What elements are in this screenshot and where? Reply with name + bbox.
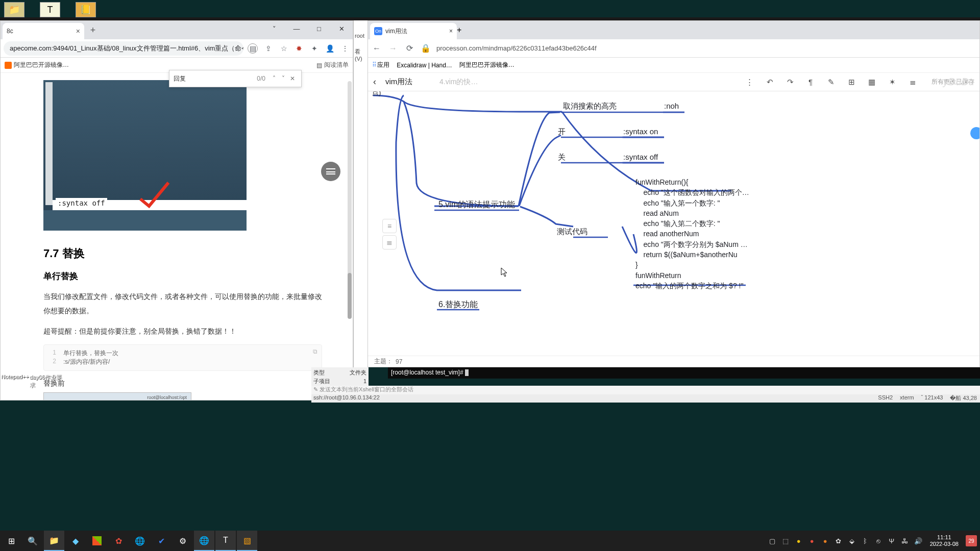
redo-icon[interactable]: ↷: [785, 77, 796, 88]
node-icon[interactable]: ⊞: [846, 77, 857, 88]
mm-node-cancel-highlight[interactable]: 取消搜索的高亮: [563, 102, 617, 111]
mm-node-syntax-off[interactable]: :syntax off: [623, 153, 658, 161]
mm-help-bubble[interactable]: [970, 127, 979, 139]
desktop-icon[interactable]: T: [40, 2, 60, 17]
mm-outline-button[interactable]: ≡: [382, 219, 397, 233]
po-back-icon[interactable]: ‹: [373, 77, 376, 87]
notification-badge[interactable]: 29: [966, 535, 977, 546]
mm-node-syntax-on[interactable]: :syntax on: [623, 127, 658, 136]
taskbar-explorer[interactable]: 📁: [44, 531, 64, 551]
desktop-label-day06[interactable]: day06作业要 求: [30, 373, 62, 389]
tray-icon[interactable]: ●: [794, 536, 803, 545]
po-more-icon[interactable]: ⋮: [744, 77, 755, 88]
mm-node-6[interactable]: 6.替换功能: [438, 299, 478, 310]
tab-title: vim用法: [385, 27, 407, 36]
taskbar-vm[interactable]: ▧: [237, 531, 257, 551]
start-button[interactable]: ⊞: [1, 531, 21, 551]
minimize-button[interactable]: —: [285, 21, 308, 36]
browser-tab[interactable]: On vim用法 ×: [370, 23, 457, 39]
status-size: ˆ 121x43: [921, 394, 943, 403]
menu-icon[interactable]: ⋮: [340, 44, 350, 53]
find-prev-icon[interactable]: ˄: [270, 75, 279, 82]
tray-network-icon[interactable]: 🖧: [900, 536, 910, 545]
mm-node-test-code[interactable]: 测试代码: [557, 227, 587, 237]
star-icon[interactable]: ☆: [279, 44, 288, 53]
tab-close-icon[interactable]: ×: [76, 27, 80, 35]
middle-window-edge: root 看(V): [353, 20, 368, 400]
tray-bluetooth-icon[interactable]: ᛒ: [861, 536, 870, 545]
pen-icon[interactable]: ✎: [825, 77, 837, 88]
taskbar-app[interactable]: ✿: [108, 531, 129, 551]
apps-button[interactable]: ⠿ 应用: [372, 61, 389, 69]
new-tab-button[interactable]: +: [457, 26, 461, 35]
po-subtitle-ghost: 4.vim的快…: [439, 78, 478, 87]
url-input[interactable]: apecome.com:9494/01_Linux基础/08_linux文件管理…: [4, 41, 243, 56]
maximize-button[interactable]: □: [308, 21, 330, 36]
back-icon[interactable]: ←: [371, 44, 382, 53]
tray-icon[interactable]: ⬙: [847, 536, 856, 545]
share-icon[interactable]: ⇪: [264, 44, 273, 53]
tray-icon[interactable]: ⎋: [874, 536, 883, 545]
undo-icon[interactable]: ↶: [764, 77, 775, 88]
layout-icon[interactable]: ≣: [907, 77, 918, 88]
tray-icon[interactable]: ⬚: [781, 536, 790, 545]
translate-icon[interactable]: ▤: [248, 43, 258, 54]
taskbar-app[interactable]: ◆: [65, 531, 86, 551]
paragraph: 超哥提醒：但是前提你要注意，别全局替换，换错了数据！！: [43, 324, 322, 338]
browser-tab[interactable]: 8c ×: [3, 23, 84, 39]
mm-node-noh[interactable]: :noh: [664, 102, 679, 110]
floating-menu-button[interactable]: [321, 162, 340, 181]
taskbar-app[interactable]: ✔: [151, 531, 172, 551]
taskbar-chrome-2[interactable]: 🌐: [194, 531, 214, 551]
tray-icon[interactable]: ▢: [768, 536, 777, 545]
scrollbar-track[interactable]: [348, 81, 352, 295]
search-button[interactable]: 🔍: [22, 531, 43, 551]
processon-toolbar: ‹ vim用法 4.vim的快… ⋮ ↶ ↷ ¶ ✎ ⊞ ▦ ✶ ≣ 所有更改已…: [368, 73, 979, 91]
find-next-icon[interactable]: ˅: [279, 75, 288, 82]
mm-code-block[interactable]: funWithReturn(){ echo "这个函数会对输入的两个… echo…: [635, 177, 749, 291]
desktop-label-notepad[interactable]: Notepad++: [1, 373, 29, 380]
mm-node-close[interactable]: 关: [558, 153, 566, 162]
reload-icon[interactable]: ⟳: [404, 43, 415, 53]
tray-icon[interactable]: ●: [807, 536, 817, 545]
new-tab-button[interactable]: +: [86, 23, 100, 37]
taskbar-chrome-1[interactable]: 🌐: [130, 531, 150, 551]
find-text[interactable]: 回复: [174, 74, 257, 83]
mm-node-5[interactable]: 5.vim的语法提示功能: [438, 199, 515, 210]
scrollbar-thumb[interactable]: [348, 273, 352, 319]
xshell-terminal[interactable]: [root@localhost test_vim]#: [388, 367, 980, 379]
bookmark-alibaba[interactable]: 阿里巴巴开源镜像…: [5, 61, 69, 69]
mm-node-open[interactable]: 开: [558, 127, 566, 137]
taskbar-settings[interactable]: ⚙: [173, 531, 193, 551]
format-icon[interactable]: ¶: [805, 77, 816, 88]
profile-icon[interactable]: 👤: [325, 44, 334, 53]
mindmap-canvas[interactable]: 点) 取消搜索的高亮 :noh 开 :syntax on 关 :syntax o…: [368, 91, 979, 356]
bookmark-excalidraw[interactable]: Excalidraw | Hand…: [397, 62, 452, 69]
tray-volume-icon[interactable]: 🔊: [914, 536, 923, 545]
close-button[interactable]: ✕: [330, 21, 353, 36]
window-dropdown-icon[interactable]: ˅: [263, 21, 285, 36]
ext-icon[interactable]: ✸: [295, 44, 304, 53]
reading-list-button[interactable]: ▤ 阅读清单: [316, 61, 349, 69]
taskbar-text[interactable]: T: [215, 531, 236, 551]
grid-icon[interactable]: ▦: [866, 77, 877, 88]
topic-count-value: 97: [396, 358, 402, 365]
tray-usb-icon[interactable]: Ψ: [887, 536, 896, 545]
url-text[interactable]: processon.com/mindmap/6226c0311efad43be6…: [436, 44, 597, 52]
tray-icon[interactable]: ●: [821, 536, 830, 545]
xshell-send-bar[interactable]: ✎ 发送文本到当前Xshell窗口的全部会话: [311, 386, 980, 395]
mm-outline-button-2[interactable]: ≣: [382, 235, 397, 249]
taskbar-clock[interactable]: 11:11 2022-03-08: [927, 534, 962, 547]
puzzle-icon[interactable]: ✦: [310, 44, 319, 53]
find-close-icon[interactable]: ✕: [288, 75, 297, 82]
desktop-icon[interactable]: 📒: [76, 2, 96, 17]
desktop-icon[interactable]: 📁: [4, 2, 24, 17]
bookmark-alibaba[interactable]: 阿里巴巴开源镜像…: [459, 61, 514, 69]
forward-icon[interactable]: →: [387, 44, 399, 53]
taskbar-app[interactable]: [92, 536, 102, 545]
copy-icon[interactable]: ⧉: [313, 348, 317, 355]
star-tool-icon[interactable]: ✶: [887, 77, 898, 88]
tab-close-icon[interactable]: ×: [449, 28, 453, 35]
tray-icon[interactable]: ✿: [834, 536, 843, 545]
po-document-title[interactable]: vim用法: [385, 77, 412, 87]
